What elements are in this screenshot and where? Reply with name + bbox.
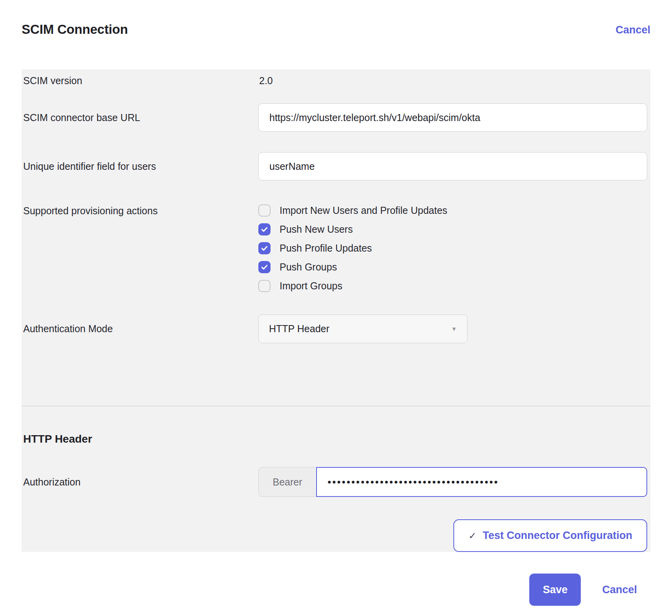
provisioning-option: Import Groups — [258, 280, 647, 292]
authentication-mode-row: Authentication Mode HTTP Header ▼ — [23, 314, 647, 343]
authorization-label: Authorization — [23, 476, 258, 488]
unique-identifier-label: Unique identifier field for users — [23, 161, 258, 172]
footer-actions: Save Cancel — [22, 574, 650, 606]
unique-identifier-input[interactable] — [258, 152, 647, 180]
check-icon: ✓ — [468, 531, 476, 541]
base-url-input[interactable] — [258, 103, 647, 132]
authentication-mode-select[interactable]: HTTP Header ▼ — [258, 314, 468, 343]
provisioning-option-label: Push Profile Updates — [280, 243, 372, 254]
http-header-section-title: HTTP Header — [23, 433, 647, 446]
checkbox-checked-icon[interactable] — [258, 261, 271, 273]
scim-connection-page: SCIM Connection Cancel SCIM version 2.0 … — [0, 0, 672, 606]
cancel-link-top[interactable]: Cancel — [615, 24, 650, 36]
authorization-token-input[interactable] — [316, 467, 647, 497]
form-panel: SCIM version 2.0 SCIM connector base URL… — [22, 69, 650, 552]
checkbox-unchecked-icon[interactable] — [258, 204, 271, 217]
provisioning-option-label: Push New Users — [280, 224, 353, 235]
provisioning-actions-label: Supported provisioning actions — [23, 204, 258, 217]
provisioning-option-label: Import Groups — [280, 280, 342, 292]
base-url-label: SCIM connector base URL — [23, 112, 258, 123]
test-connector-row: ✓ Test Connector Configuration — [23, 519, 647, 552]
authentication-mode-value: HTTP Header — [269, 323, 330, 335]
provisioning-option: Push Groups — [258, 261, 647, 273]
authorization-row: Authorization Bearer — [23, 467, 647, 497]
provisioning-option: Push New Users — [258, 223, 647, 235]
save-button[interactable]: Save — [529, 574, 581, 606]
scim-version-row: SCIM version 2.0 — [23, 75, 647, 87]
provisioning-actions-row: Supported provisioning actions Import Ne… — [23, 204, 647, 292]
provisioning-option: Push Profile Updates — [258, 242, 647, 254]
checkbox-unchecked-icon[interactable] — [258, 280, 271, 292]
scim-version-label: SCIM version — [23, 75, 258, 86]
test-connector-label: Test Connector Configuration — [483, 530, 632, 542]
authentication-mode-label: Authentication Mode — [23, 323, 258, 335]
bearer-prefix: Bearer — [258, 467, 317, 497]
base-url-row: SCIM connector base URL — [23, 103, 647, 132]
checkbox-checked-icon[interactable] — [258, 242, 271, 254]
provisioning-option-label: Push Groups — [280, 261, 337, 273]
provisioning-option-label: Import New Users and Profile Updates — [280, 205, 447, 216]
scim-version-value: 2.0 — [258, 75, 273, 86]
cancel-link-bottom[interactable]: Cancel — [602, 584, 637, 596]
page-title: SCIM Connection — [22, 22, 128, 37]
provisioning-option: Import New Users and Profile Updates — [258, 204, 647, 217]
checkbox-checked-icon[interactable] — [258, 223, 271, 235]
provisioning-options: Import New Users and Profile UpdatesPush… — [258, 204, 647, 292]
test-connector-button[interactable]: ✓ Test Connector Configuration — [453, 519, 647, 552]
page-header: SCIM Connection Cancel — [22, 0, 650, 37]
section-divider — [22, 406, 650, 406]
chevron-down-icon: ▼ — [451, 325, 457, 332]
unique-identifier-row: Unique identifier field for users — [23, 152, 647, 180]
